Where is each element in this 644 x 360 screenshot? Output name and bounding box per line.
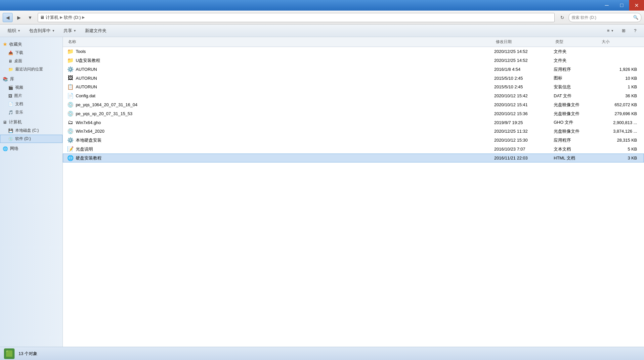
file-name: Win7x64_2020 [76,129,105,134]
file-size: 1 KB [600,84,640,89]
file-icon-folder: 📁 [67,48,74,55]
title-bar-controls: ─ □ ✕ [599,0,644,11]
file-name: Tools [76,49,86,54]
table-row[interactable]: 📝 光盘说明 2016/10/23 7:07 文本文档 5 KB [63,145,644,154]
file-rows-container: 📁 Tools 2020/12/25 14:52 文件夹 📁 U盘安装教程 20… [63,47,644,162]
minimize-button[interactable]: ─ [599,0,614,11]
recent-locations-icon: 📁 [8,67,13,72]
recent-icon: ▼ [28,15,32,20]
organize-dropdown-icon: ▼ [18,29,21,32]
favorites-header[interactable]: ★ 收藏夹 [0,40,63,49]
title-bar: ─ □ ✕ [0,0,644,11]
file-name-cell: 📁 Tools [67,48,494,55]
table-row[interactable]: ⚙️ AUTORUN 2016/1/8 4:54 应用程序 1,926 KB [63,65,644,74]
close-button[interactable]: ✕ [629,0,644,11]
sidebar-item-pictures[interactable]: 🖼 图片 [0,92,63,100]
file-modified: 2015/5/10 2:45 [494,76,554,81]
sidebar-item-downloads[interactable]: 📥 下载 [0,49,63,57]
path-arrow-2: ▶ [82,15,85,20]
sidebar-item-c-drive[interactable]: 💾 本地磁盘 (C:) [0,126,63,135]
app-icon-symbol: 🟩 [6,350,13,357]
computer-section-icon: 🖥 [3,120,7,125]
file-type: GHO 文件 [554,119,600,125]
favorites-label: 收藏夹 [9,41,22,47]
computer-header[interactable]: 🖥 计算机 [0,118,63,126]
col-modified[interactable]: 修改日期 [494,38,554,45]
view-options-button[interactable]: ≡ ▼ [603,26,618,35]
file-modified: 2020/10/12 15:30 [494,138,554,143]
sidebar-item-d-drive[interactable]: 💿 软件 (D:) [0,135,63,143]
search-box[interactable]: 🔍 [569,13,641,22]
music-icon: 🎵 [8,110,13,115]
refresh-button[interactable]: ↻ [557,13,567,22]
file-type: 文本文档 [554,146,600,152]
address-path[interactable]: 🖥 计算机 ▶ 软件 (D:) ▶ [38,13,555,22]
sidebar-item-recent[interactable]: 📁 最近访问的位置 [0,65,63,73]
network-icon: 🌐 [3,146,8,151]
desktop-label: 桌面 [14,58,22,64]
sidebar-item-music[interactable]: 🎵 音乐 [0,108,63,116]
table-row[interactable]: 💿 pe_yqs_xp_20_07_31_15_53 2020/10/12 15… [63,109,644,118]
file-modified: 2015/5/10 2:45 [494,84,554,89]
table-row[interactable]: 💿 Win7x64_2020 2020/12/25 11:32 光盘映像文件 3… [63,127,644,136]
include-dropdown-icon: ▼ [52,29,55,32]
address-bar: ◀ ▶ ▼ 🖥 计算机 ▶ 软件 (D:) ▶ ↻ 🔍 [0,11,644,24]
table-row[interactable]: 📁 U盘安装教程 2020/12/25 14:52 文件夹 [63,56,644,65]
col-size[interactable]: 大小 [600,38,640,45]
downloads-label: 下载 [15,50,23,56]
file-name-cell: 📁 U盘安装教程 [67,57,494,64]
table-row[interactable]: 📁 Tools 2020/12/25 14:52 文件夹 [63,47,644,56]
back-button[interactable]: ◀ [3,13,13,22]
new-folder-button[interactable]: 新建文件夹 [81,26,110,35]
file-name-cell: 🖼 AUTORUN [67,75,494,81]
file-type: 应用程序 [554,137,600,143]
table-row[interactable]: 📋 AUTORUN 2015/5/10 2:45 安装信息 1 KB [63,82,644,91]
status-app-icon: 🟩 [4,348,15,359]
table-row[interactable]: 💿 pe_yqs_1064_20_07_31_16_04 2020/10/12 … [63,100,644,109]
file-modified: 2016/1/8 4:54 [494,67,554,72]
computer-section: 🖥 计算机 💾 本地磁盘 (C:) 💿 软件 (D:) [0,118,63,143]
col-name[interactable]: 名称 [67,38,494,45]
recent-locations-button[interactable]: ▼ [25,13,35,22]
file-name: Win7x64.gho [76,120,101,125]
file-icon-exe: ⚙️ [67,66,74,72]
file-name: AUTORUN [76,76,97,81]
table-row[interactable]: 🌐 硬盘安装教程 2016/11/21 22:03 HTML 文档 3 KB [63,154,644,162]
file-size: 279,696 KB [600,111,640,116]
d-drive-label: 软件 (D:) [15,136,31,142]
include-library-button[interactable]: 包含到库中 ▼ [25,26,59,35]
libraries-header[interactable]: 📚 库 [0,75,63,83]
back-icon: ◀ [6,15,10,20]
file-type: DAT 文件 [554,93,600,99]
file-name: pe_yqs_xp_20_07_31_15_53 [76,111,132,116]
file-type: 安装信息 [554,84,600,90]
col-type[interactable]: 类型 [554,38,600,45]
file-modified: 2020/12/25 14:52 [494,49,554,54]
path-drive[interactable]: 软件 (D:) [64,15,81,21]
file-name-cell: 💿 Win7x64_2020 [67,128,494,134]
network-header[interactable]: 🌐 网络 [0,144,63,153]
file-name-cell: 📄 Config.dat [67,93,494,99]
maximize-button[interactable]: □ [614,0,629,11]
favorites-star-icon: ★ [3,41,7,47]
table-row[interactable]: ⚙️ 本地硬盘安装 2020/10/12 15:30 应用程序 28,315 K… [63,136,644,145]
details-view-button[interactable]: ⊞ [618,26,629,35]
forward-button[interactable]: ▶ [14,13,24,22]
file-modified: 2020/10/12 15:36 [494,111,554,116]
libraries-icon: 📚 [3,77,8,82]
path-computer[interactable]: 计算机 [46,15,59,21]
organize-button[interactable]: 组织 ▼ [4,26,24,35]
sidebar-item-desktop[interactable]: 🖥 桌面 [0,57,63,65]
help-button[interactable]: ? [630,26,640,35]
computer-icon: 🖥 [40,15,44,20]
table-row[interactable]: 🖼 AUTORUN 2015/5/10 2:45 图标 10 KB [63,74,644,82]
sidebar-item-videos[interactable]: 🎬 视频 [0,83,63,92]
path-arrow-1: ▶ [60,15,63,20]
table-row[interactable]: 📄 Config.dat 2020/10/12 15:42 DAT 文件 36 … [63,91,644,100]
search-input[interactable] [572,15,632,20]
table-row[interactable]: 🗂 Win7x64.gho 2019/9/7 19:25 GHO 文件 2,90… [63,118,644,127]
documents-label: 文档 [15,101,23,107]
d-drive-icon: 💿 [8,137,13,141]
share-button[interactable]: 共享 ▼ [60,26,80,35]
sidebar-item-documents[interactable]: 📄 文档 [0,100,63,108]
